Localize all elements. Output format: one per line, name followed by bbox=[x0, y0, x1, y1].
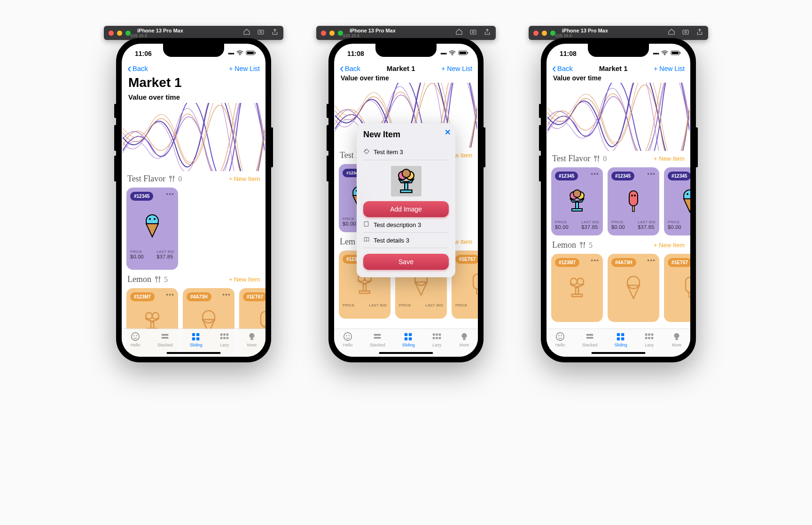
tab-more[interactable]: More bbox=[247, 331, 257, 347]
svg-rect-82 bbox=[645, 334, 648, 336]
card-more-icon[interactable]: ••• bbox=[647, 257, 656, 264]
svg-rect-30 bbox=[192, 333, 195, 336]
share-icon[interactable] bbox=[696, 28, 703, 38]
screenshot-icon[interactable] bbox=[469, 28, 477, 38]
book-icon bbox=[363, 236, 370, 244]
wifi-icon bbox=[661, 50, 668, 57]
details-field[interactable]: Test details 3 bbox=[363, 233, 449, 248]
tab-lazy[interactable]: Lazy bbox=[644, 331, 655, 347]
simulator-2: iPhone 13 Pro MaxiOS 15.5 11:08 •••• Bac… bbox=[316, 26, 496, 362]
svg-rect-81 bbox=[621, 337, 624, 340]
window-close-icon[interactable] bbox=[109, 31, 114, 36]
window-minimize-icon[interactable] bbox=[117, 31, 122, 36]
item-card[interactable]: #12345••• PRICE$0.00 bbox=[664, 167, 690, 235]
svg-point-68 bbox=[685, 31, 687, 33]
tab-stacked[interactable]: Stacked bbox=[157, 331, 173, 347]
window-close-icon[interactable] bbox=[321, 31, 326, 36]
card-more-icon[interactable]: ••• bbox=[647, 170, 656, 178]
nav-title: Market 1 bbox=[599, 64, 628, 72]
add-image-button[interactable]: Add Image bbox=[363, 201, 449, 217]
screenshot-icon[interactable] bbox=[257, 28, 265, 38]
svg-point-69 bbox=[664, 54, 665, 55]
tab-lazy[interactable]: Lazy bbox=[219, 331, 230, 347]
window-close-icon[interactable] bbox=[533, 31, 539, 36]
grid-icon bbox=[191, 331, 201, 342]
share-icon[interactable] bbox=[271, 28, 279, 38]
new-item-button[interactable]: + New Item bbox=[229, 175, 260, 182]
card-more-icon[interactable]: ••• bbox=[222, 291, 231, 298]
back-button[interactable]: Back bbox=[552, 64, 573, 72]
window-zoom-icon[interactable] bbox=[550, 31, 555, 36]
item-card[interactable]: #4A73H••• bbox=[608, 254, 659, 322]
battery-icon bbox=[246, 50, 256, 57]
new-item-button[interactable]: + New Item bbox=[654, 242, 685, 249]
item-card[interactable]: #12345 ••• PRICE$0.00 LAST BID$37.85 bbox=[126, 188, 178, 270]
chart-title: Value over time bbox=[122, 93, 265, 103]
new-item-modal: ✕ New Item Test item 3 Add Image Test de… bbox=[357, 123, 455, 277]
new-item-button[interactable]: + New Item bbox=[229, 276, 260, 283]
card-more-icon[interactable]: ••• bbox=[591, 170, 599, 178]
save-button[interactable]: Save bbox=[363, 254, 449, 270]
svg-point-75 bbox=[561, 335, 562, 336]
home-icon[interactable] bbox=[243, 28, 250, 38]
chart-title: Value over time bbox=[547, 74, 690, 83]
home-indicator[interactable] bbox=[167, 352, 221, 354]
home-icon[interactable] bbox=[455, 28, 463, 38]
svg-point-21 bbox=[240, 54, 241, 55]
svg-point-20 bbox=[260, 31, 262, 33]
item-image bbox=[136, 204, 169, 247]
screenshot-icon[interactable] bbox=[682, 28, 689, 38]
home-icon[interactable] bbox=[668, 28, 675, 38]
card-more-icon[interactable]: ••• bbox=[166, 291, 174, 298]
svg-rect-83 bbox=[648, 334, 650, 336]
svg-rect-89 bbox=[675, 338, 678, 340]
card-more-icon[interactable]: ••• bbox=[591, 257, 599, 264]
svg-rect-84 bbox=[651, 334, 653, 336]
value-chart bbox=[547, 83, 689, 151]
share-icon[interactable] bbox=[484, 28, 491, 38]
stacked-icon bbox=[160, 331, 170, 342]
description-field[interactable]: Test description 3 bbox=[363, 217, 449, 233]
svg-rect-49 bbox=[364, 222, 368, 227]
window-minimize-icon[interactable] bbox=[542, 31, 547, 36]
clock: 11:08 bbox=[560, 50, 577, 57]
window-minimize-icon[interactable] bbox=[329, 31, 335, 36]
svg-rect-80 bbox=[617, 337, 620, 340]
fork-knife-icon bbox=[593, 155, 600, 162]
new-item-modal-overlay: ✕ New Item Test item 3 Add Image Test de… bbox=[334, 44, 478, 357]
home-indicator[interactable] bbox=[592, 352, 646, 354]
tab-stacked[interactable]: Stacked bbox=[582, 331, 598, 347]
new-item-button[interactable]: + New Item bbox=[654, 155, 685, 162]
tab-hello[interactable]: Hello bbox=[555, 331, 565, 347]
tab-sliding[interactable]: Sliding bbox=[615, 331, 627, 347]
svg-point-26 bbox=[133, 335, 134, 336]
window-zoom-icon[interactable] bbox=[125, 31, 131, 36]
simulator-3: iPhone 13 Pro MaxiOS 15.5 11:08 •••• Bac… bbox=[529, 26, 708, 362]
close-icon[interactable]: ✕ bbox=[445, 128, 451, 137]
svg-rect-77 bbox=[586, 337, 593, 339]
item-card[interactable]: #1ET67••• bbox=[664, 254, 690, 322]
svg-rect-32 bbox=[192, 337, 195, 340]
item-card[interactable]: #123M7••• bbox=[551, 254, 603, 322]
svg-point-88 bbox=[674, 333, 679, 338]
tab-sliding[interactable]: Sliding bbox=[190, 331, 203, 347]
clock: 11:06 bbox=[135, 50, 152, 57]
item-id-badge: #4A73H bbox=[187, 292, 211, 301]
name-field[interactable]: Test item 3 bbox=[363, 144, 449, 160]
window-zoom-icon[interactable] bbox=[338, 31, 343, 36]
svg-rect-19 bbox=[258, 30, 264, 34]
svg-rect-67 bbox=[683, 30, 688, 34]
item-card[interactable]: #12345••• PRICE$0.00LAST BID$37.85 bbox=[608, 167, 659, 235]
svg-point-48 bbox=[365, 150, 366, 151]
svg-rect-23 bbox=[247, 52, 254, 54]
card-more-icon[interactable]: ••• bbox=[166, 190, 174, 198]
new-list-button[interactable]: + New List bbox=[229, 65, 260, 72]
svg-rect-33 bbox=[196, 337, 199, 340]
tab-more[interactable]: More bbox=[671, 331, 682, 347]
svg-rect-78 bbox=[617, 333, 620, 336]
item-card[interactable]: #12345••• PRICE$0.00LAST BID$37.85 bbox=[551, 167, 603, 235]
svg-rect-41 bbox=[250, 338, 253, 340]
back-button[interactable]: Back bbox=[127, 64, 148, 72]
tab-hello[interactable]: Hello bbox=[130, 331, 141, 347]
new-list-button[interactable]: + New List bbox=[654, 65, 685, 72]
